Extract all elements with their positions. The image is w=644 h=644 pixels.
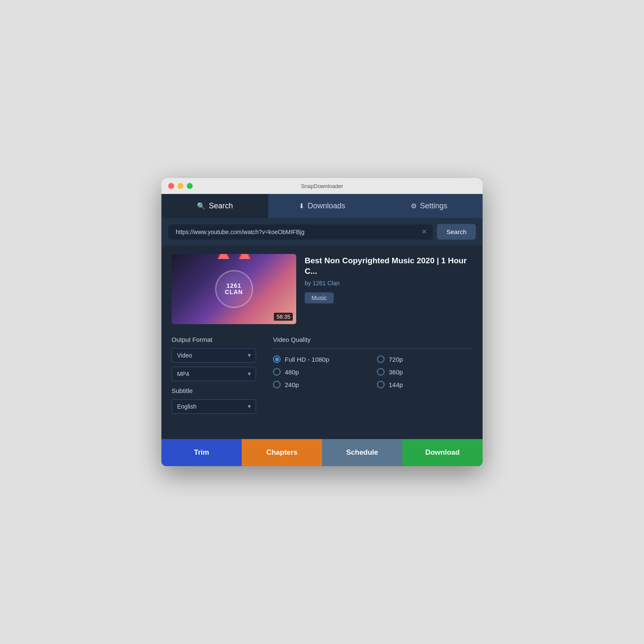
chapters-button[interactable]: Chapters: [242, 439, 322, 466]
radio-360p[interactable]: [377, 368, 385, 376]
radio-1080p[interactable]: [273, 355, 281, 363]
container-select[interactable]: MP4 MKV AVI MOV: [172, 367, 256, 381]
quality-option-480p[interactable]: 480p: [273, 368, 368, 376]
clan-logo-text: 1261 CLAN: [225, 283, 243, 296]
radio-480p[interactable]: [273, 368, 281, 376]
clan-number: 1261: [225, 283, 243, 289]
title-bar: SnapDownloader: [161, 178, 483, 194]
quality-grid: Full HD - 1080p 720p 480p 360p: [273, 355, 472, 388]
duration-badge: 58:35: [274, 313, 293, 321]
tab-downloads[interactable]: ⬇ Downloads: [268, 194, 375, 218]
url-input[interactable]: [172, 224, 420, 240]
quality-option-720p[interactable]: 720p: [377, 355, 472, 363]
quality-label: Video Quality: [273, 336, 472, 343]
quality-option-240p[interactable]: 240p: [273, 381, 368, 388]
tab-settings-label: Settings: [420, 202, 448, 210]
video-tag: Music: [305, 292, 334, 303]
clan-name: CLAN: [225, 289, 243, 295]
radio-720p[interactable]: [377, 355, 385, 363]
clan-logo: 1261 CLAN: [215, 270, 253, 308]
container-select-wrapper: MP4 MKV AVI MOV ▼: [172, 367, 256, 381]
video-info: 1261 CLAN 58:35 Best Non Copyrighted Mus…: [172, 254, 472, 324]
radio-144p[interactable]: [377, 381, 385, 388]
format-select[interactable]: Video Audio Custom: [172, 348, 256, 363]
output-format-label: Output Format: [172, 336, 256, 343]
quality-divider: [273, 348, 472, 349]
app-window: SnapDownloader 🔍 Search ⬇ Downloads ⚙ Se…: [161, 178, 483, 466]
options-row: Output Format Video Audio Custom ▼ MP4 M…: [172, 336, 472, 418]
radio-240p[interactable]: [273, 381, 281, 388]
close-button[interactable]: [168, 183, 174, 189]
tab-search[interactable]: 🔍 Search: [161, 194, 268, 218]
quality-section: Video Quality Full HD - 1080p 720p 480p: [273, 336, 472, 418]
tab-settings[interactable]: ⚙ Settings: [376, 194, 483, 218]
video-author: by 1261 Clan: [305, 280, 472, 287]
output-format-section: Output Format Video Audio Custom ▼ MP4 M…: [172, 336, 256, 418]
search-icon: 🔍: [197, 202, 205, 210]
quality-label-240p: 240p: [285, 381, 299, 388]
subtitle-select[interactable]: English None Spanish French: [172, 399, 256, 414]
tab-search-label: Search: [209, 202, 233, 210]
main-content: 1261 CLAN 58:35 Best Non Copyrighted Mus…: [161, 246, 483, 426]
tab-bar: 🔍 Search ⬇ Downloads ⚙ Settings: [161, 194, 483, 218]
quality-label-360p: 360p: [389, 368, 403, 376]
app-title: SnapDownloader: [301, 183, 343, 189]
window-controls: [168, 183, 193, 189]
quality-label-1080p: Full HD - 1080p: [285, 356, 329, 363]
subtitle-select-wrapper: English None Spanish French ▼: [172, 399, 256, 414]
bottom-bar: Trim Chapters Schedule Download: [161, 439, 483, 466]
video-thumbnail: 1261 CLAN 58:35: [172, 254, 296, 324]
video-title: Best Non Copyrighted Music 2020 | 1 Hour…: [305, 256, 472, 276]
quality-option-360p[interactable]: 360p: [377, 368, 472, 376]
download-icon: ⬇: [299, 202, 304, 210]
format-select-wrapper: Video Audio Custom ▼: [172, 348, 256, 363]
gear-icon: ⚙: [411, 202, 417, 210]
search-button[interactable]: Search: [437, 224, 476, 240]
quality-label-720p: 720p: [389, 356, 403, 363]
minimize-button[interactable]: [177, 183, 183, 189]
download-button[interactable]: Download: [402, 439, 483, 466]
maximize-button[interactable]: [187, 183, 193, 189]
quality-option-144p[interactable]: 144p: [377, 381, 472, 388]
subtitle-label: Subtitle: [172, 387, 256, 394]
clan-ears-icon: [215, 254, 253, 259]
schedule-button[interactable]: Schedule: [322, 439, 402, 466]
subtitle-section: Subtitle English None Spanish French ▼: [172, 387, 256, 414]
video-meta: Best Non Copyrighted Music 2020 | 1 Hour…: [305, 254, 472, 324]
trim-button[interactable]: Trim: [161, 439, 242, 466]
quality-label-144p: 144p: [389, 381, 403, 388]
clear-button[interactable]: ✕: [420, 227, 428, 237]
quality-option-1080p[interactable]: Full HD - 1080p: [273, 355, 368, 363]
search-bar: ✕ Search: [161, 218, 483, 246]
tab-downloads-label: Downloads: [308, 202, 345, 210]
quality-label-480p: 480p: [285, 368, 299, 376]
url-input-wrapper: ✕: [168, 224, 433, 240]
